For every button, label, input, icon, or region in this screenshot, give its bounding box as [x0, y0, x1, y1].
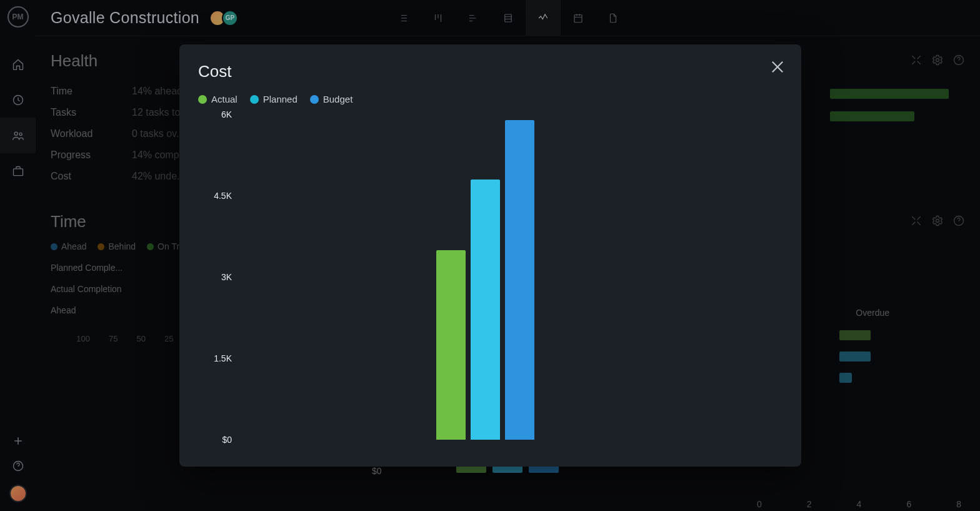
chart-bars [241, 114, 779, 440]
y-tick-label: 4.5K [214, 191, 232, 201]
y-tick-label: 1.5K [214, 353, 232, 363]
legend-dot-icon [310, 95, 319, 104]
legend-dot-icon [250, 95, 259, 104]
y-tick-label: $0 [222, 435, 232, 445]
chart-y-axis: 6K4.5K3K1.5K$0 [198, 108, 236, 446]
chart-bar-actual[interactable] [436, 250, 466, 440]
y-tick-label: 3K [221, 272, 232, 282]
close-icon[interactable] [769, 58, 786, 76]
modal-legend: ActualPlannedBudget [198, 94, 782, 104]
legend-item: Budget [310, 94, 353, 104]
modal-title: Cost [198, 62, 782, 81]
chart-bar-planned[interactable] [471, 180, 500, 440]
cost-chart: 6K4.5K3K1.5K$0 [198, 108, 782, 446]
legend-item: Planned [250, 94, 298, 104]
legend-item: Actual [198, 94, 238, 104]
cost-modal: Cost ActualPlannedBudget 6K4.5K3K1.5K$0 [179, 44, 801, 467]
legend-dot-icon [198, 95, 207, 104]
y-tick-label: 6K [221, 109, 232, 119]
chart-bar-budget[interactable] [505, 120, 534, 440]
